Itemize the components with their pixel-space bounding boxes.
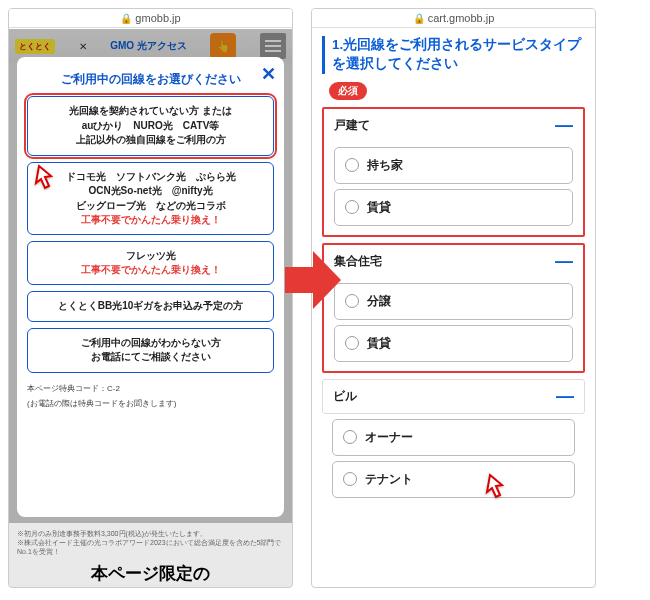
option-subtext: 工事不要でかんたん乗り換え！ [34,213,267,227]
option-text: auひかり NURO光 CATV等 [34,119,267,134]
group-header[interactable]: ビル— [322,379,585,414]
radio-label: 分譲 [367,293,391,310]
group-header[interactable]: 集合住宅— [324,245,583,278]
footnote-hint: (お電話の際は特典コードをお聞きします) [27,398,274,409]
url-bar: 🔒gmobb.jp [9,9,292,28]
option-text: ご利用中の回線がわからない方 [34,336,267,351]
arrow-icon [283,245,343,315]
option-text: お電話にてご相談ください [34,350,267,365]
radio-icon [345,336,359,350]
page-footer: ※初月のみ別途事務手数料3,300円(税込)が発生いたします。 ※株式会社イード… [9,523,292,587]
option-text: 上記以外の独自回線をご利用の方 [34,133,267,148]
radio-label: 賃貸 [367,199,391,216]
radio-option[interactable]: オーナー [332,419,575,456]
collapse-icon: — [556,392,574,401]
option-text: フレッツ光 [34,249,267,264]
group-header[interactable]: 戸建て— [324,109,583,142]
disclaimer-1: ※初月のみ別途事務手数料3,300円(税込)が発生いたします。 [17,529,284,538]
service-group-0: 戸建て—持ち家賃貸 [322,107,585,237]
group-name: 戸建て [334,117,370,134]
radio-icon [345,294,359,308]
service-group-1: 集合住宅—分譲賃貸 [322,243,585,373]
disclaimer-2: ※株式会社イード主催の光コラボアワード2023において総合満足度を含めた5部門で… [17,538,284,556]
pointer-hand-icon [480,471,512,503]
service-group-2: ビル—オーナーテナント [322,379,585,498]
line-option-0[interactable]: 光回線を契約されていない方 またはauひかり NURO光 CATV等上記以外の独… [27,96,274,156]
line-option-2[interactable]: フレッツ光工事不要でかんたん乗り換え！ [27,241,274,285]
option-text: ビッグローブ光 などの光コラボ [34,199,267,214]
radio-icon [345,200,359,214]
url-text: gmobb.jp [135,12,180,24]
line-option-1[interactable]: ドコモ光 ソフトバンク光 ぷらら光OCN光So-net光 @nifty光ビッグロ… [27,162,274,235]
line-option-3[interactable]: とくとくBB光10ギガをお申込み予定の方 [27,291,274,322]
lock-icon: 🔒 [120,13,132,24]
collapse-icon: — [555,121,573,130]
radio-option[interactable]: 賃貸 [334,189,573,226]
radio-label: テナント [365,471,413,488]
radio-label: 持ち家 [367,157,403,174]
lock-icon: 🔒 [413,13,425,24]
group-name: ビル [333,388,357,405]
radio-option[interactable]: 分譲 [334,283,573,320]
option-text: 光回線を契約されていない方 または [34,104,267,119]
option-text: とくとくBB光10ギガをお申込み予定の方 [34,299,267,314]
option-text: OCN光So-net光 @nifty光 [34,184,267,199]
url-bar: 🔒cart.gmobb.jp [312,9,595,28]
line-option-4[interactable]: ご利用中の回線がわからない方お電話にてご相談ください [27,328,274,373]
radio-label: オーナー [365,429,413,446]
left-screen: 🔒gmobb.jp とくとく ✕ GMO 光アクセス 👆 ✕ ご利用中の回線をお… [8,8,293,588]
close-icon[interactable]: ✕ [261,63,276,85]
radio-label: 賃貸 [367,335,391,352]
pointer-hand-icon [29,162,61,194]
footnote-code: 本ページ特典コード：C-2 [27,383,274,394]
required-badge: 必須 [329,82,367,100]
url-text: cart.gmobb.jp [428,12,495,24]
radio-icon [343,430,357,444]
collapse-icon: — [555,257,573,266]
radio-icon [345,158,359,172]
modal-title: ご利用中の回線をお選びください [27,71,274,88]
page-heading: 本ページ限定の [17,562,284,585]
option-subtext: 工事不要でかんたん乗り換え！ [34,263,267,277]
radio-option[interactable]: テナント [332,461,575,498]
radio-option[interactable]: 持ち家 [334,147,573,184]
option-text: ドコモ光 ソフトバンク光 ぷらら光 [34,170,267,185]
line-select-modal: ✕ ご利用中の回線をお選びください 光回線を契約されていない方 またはauひかり… [17,57,284,517]
radio-option[interactable]: 賃貸 [334,325,573,362]
right-screen: 🔒cart.gmobb.jp 1.光回線をご利用されるサービスタイプを選択してく… [311,8,596,588]
step-title: 1.光回線をご利用されるサービスタイプを選択してください [322,36,585,74]
radio-icon [343,472,357,486]
